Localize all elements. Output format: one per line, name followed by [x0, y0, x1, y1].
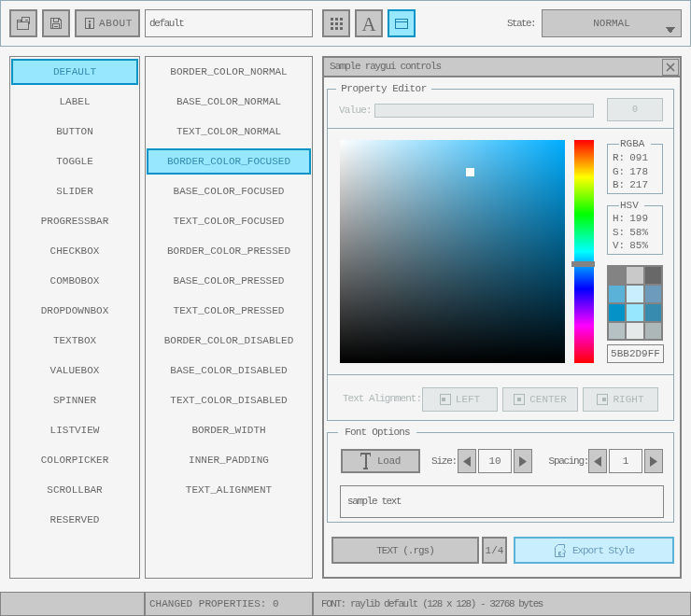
svg-text:A: A: [361, 16, 376, 31]
